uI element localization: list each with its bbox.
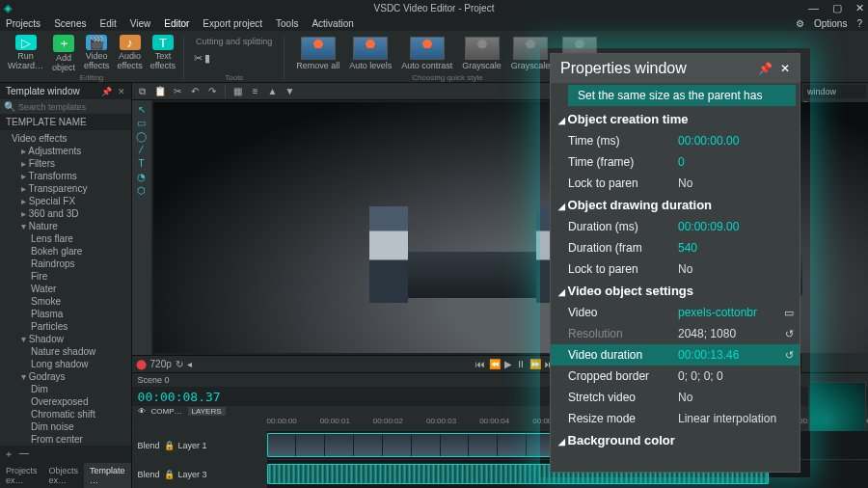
tree-item[interactable]: Long shadow <box>4 358 127 370</box>
tl-tab-comp[interactable]: COMP… <box>151 407 182 416</box>
props-row[interactable]: Video duration00:00:13.46↺ <box>551 344 800 366</box>
tree-item[interactable]: Raindrops <box>4 258 127 270</box>
tab-objects[interactable]: Objects ex… <box>43 463 85 488</box>
help-icon[interactable]: ? <box>856 18 862 29</box>
props-row[interactable]: Duration (ms)00:00:09.00 <box>551 216 800 237</box>
tree-item[interactable]: Bokeh glare <box>4 245 127 258</box>
close-panel-icon[interactable]: ✕ <box>118 87 125 96</box>
prop-value[interactable]: No <box>674 391 800 404</box>
remove-template-button[interactable]: — <box>19 447 29 461</box>
run-wizard-button[interactable]: ▷Run Wizard… <box>4 33 47 72</box>
tb-layer-dn-icon[interactable]: ▼ <box>284 85 297 98</box>
loop-icon[interactable]: ↻ <box>176 359 183 369</box>
browse-file-icon[interactable]: ▭ <box>784 307 794 319</box>
cut-tool-icon[interactable]: ✂ <box>194 52 203 65</box>
properties-window[interactable]: Properties window 📌 ✕ Set the same size … <box>550 53 800 473</box>
tab-projects[interactable]: Projects ex… <box>0 463 43 488</box>
prop-value[interactable]: 0; 0; 0; 0 <box>674 369 800 383</box>
minimize-button[interactable]: — <box>808 2 819 14</box>
tree-item[interactable]: Video effects <box>4 132 127 145</box>
chart-tool-icon[interactable]: ◔ <box>137 172 146 182</box>
pin-icon[interactable]: 📌 <box>758 62 773 75</box>
tree-item[interactable]: Special FX <box>4 195 127 207</box>
prop-value[interactable]: 540 <box>674 241 800 255</box>
tree-item[interactable]: Plasma <box>4 308 127 320</box>
menu-export[interactable]: Export project <box>203 18 262 29</box>
image-tool-icon[interactable]: ▭ <box>137 118 146 128</box>
add-object-button[interactable]: ＋Add object <box>47 33 80 72</box>
add-template-button[interactable]: ＋ <box>4 447 14 461</box>
props-section-header[interactable]: Object creation time <box>551 108 800 130</box>
tree-item[interactable]: Fire <box>4 270 127 283</box>
record-icon[interactable]: ⬤ <box>136 359 147 369</box>
res-label[interactable]: 720p <box>150 359 172 369</box>
tree-item[interactable]: Lens flare <box>4 232 127 245</box>
style-auto-contrast[interactable]: Auto contrast <box>397 35 456 72</box>
blend-mode[interactable]: Blend <box>138 441 160 450</box>
tree-item[interactable]: Dim <box>4 383 127 395</box>
menu-scenes[interactable]: Scenes <box>54 18 86 29</box>
tree-item[interactable]: From center <box>4 433 127 446</box>
line-tool-icon[interactable]: ∕ <box>141 145 143 155</box>
tree-item[interactable]: Nature shadow <box>4 345 127 358</box>
tree-item[interactable]: Smoke <box>4 295 127 308</box>
play-icon[interactable]: ▶ <box>504 359 512 369</box>
tree-item[interactable]: Transparency <box>4 182 127 195</box>
track-name[interactable]: Layer 1 <box>178 441 207 450</box>
prop-value[interactable]: No <box>674 262 800 276</box>
close-icon[interactable]: ✕ <box>780 62 790 75</box>
tree-item[interactable]: Chromatic shift <box>4 408 127 420</box>
prop-value[interactable]: 2048; 1080 <box>674 327 785 340</box>
style-grayscale-2[interactable]: Grayscale <box>507 35 555 72</box>
style-grayscale-1[interactable]: Grayscale <box>458 35 505 72</box>
track-name[interactable]: Layer 3 <box>178 470 207 479</box>
props-section-header[interactable]: Background color <box>551 429 800 451</box>
sprite-tool-icon[interactable]: ⬡ <box>137 185 146 196</box>
style-remove-all[interactable]: Remove all <box>292 35 343 72</box>
tab-template[interactable]: Template … <box>84 463 131 488</box>
cutting-splitting-button[interactable]: Cutting and splitting <box>188 33 280 50</box>
menu-projects[interactable]: Projects <box>6 18 41 29</box>
step-back-icon[interactable]: ⏪ <box>489 359 501 369</box>
template-search-input[interactable] <box>18 102 127 112</box>
go-start-icon[interactable]: ⏮ <box>475 359 485 369</box>
prop-value[interactable]: No <box>674 176 800 190</box>
tb-paste-icon[interactable]: 📋 <box>153 85 167 98</box>
prop-value[interactable]: Linear interpolation <box>674 412 800 425</box>
pin-icon[interactable]: 📌 <box>101 87 112 96</box>
pointer-tool-icon[interactable]: ↖ <box>138 104 146 115</box>
tree-item[interactable]: Godrays <box>4 370 127 383</box>
reset-icon[interactable]: ↺ <box>785 328 794 340</box>
lock-icon[interactable]: 🔒 <box>164 470 175 479</box>
prop-value[interactable]: 00:00:13.46 <box>674 348 785 362</box>
set-parent-size-button[interactable]: Set the same size as the parent has <box>568 85 796 106</box>
props-row[interactable]: Resize modeLinear interpolation <box>551 408 800 429</box>
prev-frame-icon[interactable]: ◂ <box>187 359 192 369</box>
props-section-header[interactable]: Video object settings <box>551 280 800 302</box>
menu-editor[interactable]: Editor <box>164 18 189 29</box>
tb-cut-icon[interactable]: ✂ <box>171 85 184 98</box>
props-row[interactable]: Time (frame)0 <box>551 151 800 173</box>
options-link[interactable]: Options <box>814 18 847 29</box>
shape-tool-icon[interactable]: ◯ <box>136 131 147 142</box>
razor-tool-icon[interactable]: ▮ <box>204 52 210 65</box>
tb-redo-icon[interactable]: ↷ <box>205 85 219 98</box>
style-auto-levels[interactable]: Auto levels <box>345 35 395 72</box>
tree-item[interactable]: Nature <box>4 220 127 232</box>
text-effects-button[interactable]: TText effects <box>147 33 179 72</box>
tree-item[interactable]: Particles <box>4 320 127 333</box>
tree-item[interactable]: Adjustments <box>4 145 127 157</box>
menu-tools[interactable]: Tools <box>276 18 298 29</box>
tree-item[interactable]: 360 and 3D <box>4 207 127 220</box>
eye-icon[interactable]: 👁 <box>138 407 146 416</box>
props-row[interactable]: Cropped border0; 0; 0; 0 <box>551 366 800 387</box>
tree-item[interactable]: Water <box>4 283 127 295</box>
tb-group-icon[interactable]: ▦ <box>231 85 245 98</box>
menu-edit[interactable]: Edit <box>99 18 116 29</box>
lock-icon[interactable]: 🔒 <box>164 441 175 450</box>
audio-effects-button[interactable]: ♪Audio effects <box>113 33 146 72</box>
tb-undo-icon[interactable]: ↶ <box>188 85 202 98</box>
prop-value[interactable]: pexels-cottonbr <box>674 306 784 319</box>
menu-view[interactable]: View <box>130 18 151 29</box>
tree-item[interactable]: Dim noise <box>4 420 127 433</box>
